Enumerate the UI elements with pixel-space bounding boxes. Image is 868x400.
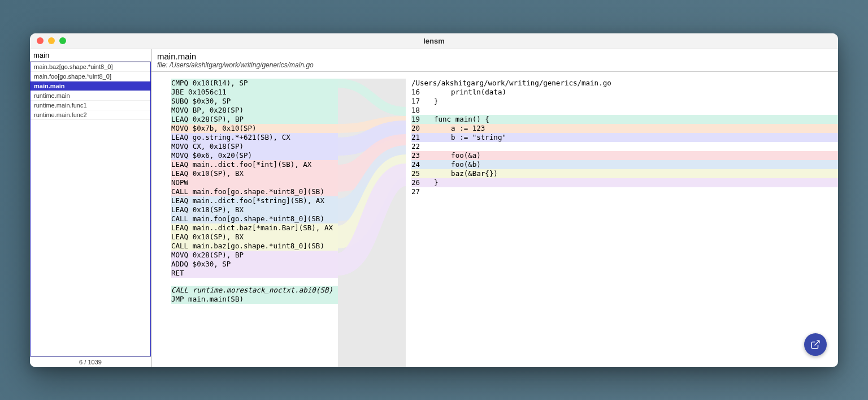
main-pane: main.main file: /Users/akshitgarg/work/w… bbox=[151, 49, 838, 367]
asm-line[interactable]: CALL main.foo[go.shape.*uint8_0](SB) bbox=[171, 214, 338, 223]
asm-line[interactable]: LEAQ 0x18(SP), BX bbox=[171, 205, 338, 214]
source-line[interactable]: 18 bbox=[411, 106, 838, 115]
app-window: lensm main.baz[go.shape.*uint8_0]main.fo… bbox=[30, 33, 838, 367]
asm-line[interactable]: CALL runtime.morestack_noctxt.abi0(SB) bbox=[171, 286, 338, 295]
asm-line[interactable]: LEAQ 0x10(SP), BX bbox=[171, 169, 338, 178]
function-list-item[interactable]: main.main bbox=[31, 81, 150, 91]
zoom-window-button[interactable] bbox=[59, 37, 66, 44]
source-line[interactable]: 24 foo(&b) bbox=[411, 160, 838, 169]
line-number: 18 bbox=[411, 106, 434, 115]
source-code: } bbox=[434, 97, 439, 106]
asm-line[interactable]: SUBQ $0x30, SP bbox=[171, 97, 338, 106]
line-number: 17 bbox=[411, 97, 434, 106]
search-input[interactable] bbox=[30, 49, 151, 62]
asm-line[interactable]: LEAQ go.string.*+621(SB), CX bbox=[171, 133, 338, 142]
asm-line[interactable]: LEAQ main..dict.foo[*string](SB), AX bbox=[171, 196, 338, 205]
source-line[interactable]: 19func main() { bbox=[411, 115, 838, 124]
asm-line[interactable]: LEAQ 0x10(SP), BX bbox=[171, 233, 338, 242]
function-file-path: file: /Users/akshitgarg/work/writing/gen… bbox=[157, 61, 832, 69]
close-window-button[interactable] bbox=[37, 37, 44, 44]
line-number: 23 bbox=[411, 151, 434, 160]
traffic-lights bbox=[30, 37, 66, 44]
open-external-button[interactable] bbox=[804, 333, 827, 356]
asm-line[interactable]: MOVQ $0x7b, 0x10(SP) bbox=[171, 124, 338, 133]
source-code: foo(&b) bbox=[434, 160, 481, 169]
connection-gap bbox=[338, 79, 406, 367]
source-code: println(data) bbox=[434, 88, 506, 97]
source-code: } bbox=[434, 178, 439, 187]
asm-line[interactable]: LEAQ 0x28(SP), BP bbox=[171, 115, 338, 124]
assembly-pane[interactable]: CMPQ 0x10(R14), SPJBE 0x1056c11SUBQ $0x3… bbox=[151, 79, 338, 367]
source-line[interactable]: 22 bbox=[411, 142, 838, 151]
window-title: lensm bbox=[423, 37, 445, 45]
titlebar: lensm bbox=[30, 33, 838, 49]
line-number: 22 bbox=[411, 142, 434, 151]
source-code: b := "string" bbox=[434, 133, 506, 142]
source-line[interactable]: 20 a := 123 bbox=[411, 124, 838, 133]
line-number: 21 bbox=[411, 133, 434, 142]
line-number: 16 bbox=[411, 88, 434, 97]
source-line[interactable]: 27 bbox=[411, 187, 838, 196]
source-code: foo(&a) bbox=[434, 151, 481, 160]
source-code: baz(&Bar{}) bbox=[434, 169, 498, 178]
open-external-icon bbox=[810, 339, 821, 350]
source-line[interactable]: 23 foo(&a) bbox=[411, 151, 838, 160]
line-number: 19 bbox=[411, 115, 434, 124]
asm-line[interactable]: ADDQ $0x30, SP bbox=[171, 260, 338, 269]
code-panes: CMPQ 0x10(R14), SPJBE 0x1056c11SUBQ $0x3… bbox=[151, 72, 838, 367]
sidebar: main.baz[go.shape.*uint8_0]main.foo[go.s… bbox=[30, 49, 151, 367]
function-list-item[interactable]: runtime.main bbox=[31, 91, 150, 101]
line-number: 27 bbox=[411, 187, 434, 196]
asm-line[interactable]: MOVQ 0x28(SP), BP bbox=[171, 251, 338, 260]
source-code: a := 123 bbox=[434, 124, 485, 133]
asm-line[interactable]: JBE 0x1056c11 bbox=[171, 88, 338, 97]
asm-line[interactable]: NOPW bbox=[171, 178, 338, 187]
source-pane[interactable]: /Users/akshitgarg/work/writing/generics/… bbox=[406, 79, 838, 367]
asm-line[interactable]: LEAQ main..dict.foo[*int](SB), AX bbox=[171, 160, 338, 169]
line-number: 26 bbox=[411, 178, 434, 187]
svg-line-0 bbox=[815, 341, 819, 345]
source-line[interactable]: 21 b := "string" bbox=[411, 133, 838, 142]
function-list-item[interactable]: main.foo[go.shape.*uint8_0] bbox=[31, 72, 150, 81]
function-list-item[interactable]: main.baz[go.shape.*uint8_0] bbox=[31, 62, 150, 72]
line-number: 25 bbox=[411, 169, 434, 178]
function-list-item[interactable]: runtime.main.func1 bbox=[31, 101, 150, 110]
sidebar-count: 6 / 1039 bbox=[30, 356, 151, 367]
minimize-window-button[interactable] bbox=[48, 37, 55, 44]
function-list[interactable]: main.baz[go.shape.*uint8_0]main.foo[go.s… bbox=[30, 62, 151, 356]
asm-line[interactable]: CALL main.foo[go.shape.*uint8_0](SB) bbox=[171, 187, 338, 196]
source-code: func main() { bbox=[434, 115, 489, 124]
asm-line[interactable]: MOVQ BP, 0x28(SP) bbox=[171, 106, 338, 115]
line-number: 24 bbox=[411, 160, 434, 169]
asm-line[interactable]: LEAQ main..dict.baz[*main.Bar](SB), AX bbox=[171, 223, 338, 233]
content-area: main.baz[go.shape.*uint8_0]main.foo[go.s… bbox=[30, 49, 838, 367]
asm-line[interactable]: CALL main.baz[go.shape.*uint8_0](SB) bbox=[171, 242, 338, 251]
source-line[interactable]: 26} bbox=[411, 178, 838, 187]
asm-line[interactable]: JMP main.main(SB) bbox=[171, 295, 338, 304]
function-header: main.main file: /Users/akshitgarg/work/w… bbox=[151, 49, 838, 72]
asm-line[interactable]: MOVQ $0x6, 0x20(SP) bbox=[171, 151, 338, 160]
function-list-item[interactable]: runtime.main.func2 bbox=[31, 110, 150, 120]
asm-line[interactable]: CMPQ 0x10(R14), SP bbox=[171, 79, 338, 88]
line-number: 20 bbox=[411, 124, 434, 133]
source-line[interactable]: 17} bbox=[411, 97, 838, 106]
asm-line[interactable]: MOVQ CX, 0x18(SP) bbox=[171, 142, 338, 151]
function-name: main.main bbox=[157, 51, 832, 61]
asm-line[interactable]: RET bbox=[171, 269, 338, 278]
source-line[interactable]: 25 baz(&Bar{}) bbox=[411, 169, 838, 178]
source-file-path: /Users/akshitgarg/work/writing/generics/… bbox=[411, 79, 838, 88]
source-line[interactable]: 16 println(data) bbox=[411, 88, 838, 97]
